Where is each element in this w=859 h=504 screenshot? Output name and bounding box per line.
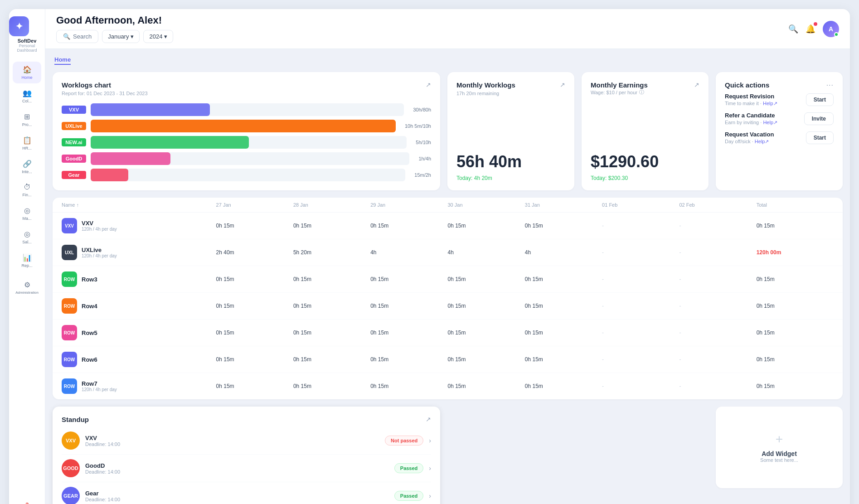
timelog-col-header: 27 Jan [216,202,293,208]
timelog-col-header: 01 Feb [602,202,679,208]
qa-item-left: Refer a CandidateEarn by inviting · Help… [725,112,777,126]
standup-card: Standup ↗ VXVVXVDeadline: 14:00Not passe… [53,407,440,504]
status-badge: Not passed [385,436,423,446]
search-button[interactable]: 🔍 Search [56,30,98,43]
timelog-cell: 0h 15m [448,276,525,282]
monthly-earnings-total: $1290.60 [591,152,699,171]
tab-home[interactable]: Home [54,56,71,65]
add-widget-section: + Add Widget Some text here... [716,407,843,504]
project-name: Row4 [82,303,97,310]
standup-deadline: Deadline: 14:00 [85,497,389,502]
timelog-cell: - [602,383,679,389]
timelog-cell: 0h 15m [448,223,525,229]
worklogs-chart-header: Worklogs chart Report for: 01 Dec 2023 -… [62,81,431,96]
project-avatar: ROW [62,325,77,340]
chevron-down-icon: ▾ [131,33,134,40]
add-widget-card[interactable]: + Add Widget Some text here... [716,407,843,488]
expand-icon[interactable]: ↗ [426,81,431,88]
timelog-cell: - [602,303,679,309]
table-row: ROWRow40h 15m0h 15m0h 15m0h 15m0h 15m--0… [53,293,843,320]
qa-action-button[interactable]: Invite [804,112,834,125]
table-row: ROWRow30h 15m0h 15m0h 15m0h 15m0h 15m--0… [53,266,843,293]
timelog-section: Name ↑27 Jan28 Jan29 Jan30 Jan31 Jan01 F… [53,198,843,399]
search-icon[interactable]: 🔍 [788,24,798,34]
sidebar-item-home[interactable]: 🏠 Home [13,62,41,83]
chart-bar-row: GoodD1h/4h [62,152,431,165]
timelog-cell: 0h 15m [216,276,293,282]
sidebar-item-finance[interactable]: ⏱ Fin... [13,179,41,201]
today-label: Today: [591,175,607,181]
qa-item-sub: Day off/sick · Help↗ [725,139,774,145]
notifications-button[interactable]: 🔔 [806,24,815,34]
admin-icon: ⚙ [24,281,30,289]
table-row: ROWRow60h 15m0h 15m0h 15m0h 15m0h 15m--0… [53,346,843,373]
timelog-cell: 0h 15m [525,330,602,336]
expand-icon[interactable]: ↗ [560,81,565,88]
standup-avatar: GEAR [62,487,80,504]
month-filter[interactable]: January ▾ [102,30,140,43]
worklogs-chart-card: Worklogs chart Report for: 01 Dec 2023 -… [53,72,440,190]
year-filter[interactable]: 2024 ▾ [143,30,173,43]
today-value: 4h 20m [474,175,492,181]
sidebar-help[interactable]: ❓ Help Center [15,500,39,504]
timelog-cell: 0h 15m [216,330,293,336]
sidebar-item-salary[interactable]: ◎ Sal... [13,226,41,248]
sidebar: ✦ SoftDev Personal Dashboard 🏠 Home 👥 Co… [9,9,45,504]
sidebar-item-hr[interactable]: 📋 HR... [13,132,41,154]
chevron-right-icon[interactable]: › [429,437,431,444]
bar-fill [91,120,396,132]
qa-item: Refer a CandidateEarn by inviting · Help… [725,112,834,126]
expand-icon[interactable]: ↗ [694,81,699,88]
chart-bar-row: UXLive10h 5m/10h [62,120,431,132]
chevron-right-icon[interactable]: › [429,492,431,499]
timelog-cell: 0h 15m [525,276,602,282]
standup-avatar: GOOD [62,459,80,477]
qa-item-sub: Earn by inviting · Help↗ [725,120,777,126]
home-icon: 🏠 [23,65,32,74]
standup-avatar: VXV [62,431,80,450]
add-widget-plus-icon: + [776,432,783,446]
timelog-cell: 0h 15m [216,303,293,309]
monthly-earnings-today: Today: $200.30 [591,175,699,181]
notification-badge [814,22,817,26]
status-badge: Passed [394,463,424,473]
sidebar-item-colleagues[interactable]: 👥 Col... [13,85,41,107]
sidebar-item-label: Sal... [22,240,32,244]
timelog-col-header: 02 Feb [679,202,756,208]
qa-item-title: Request Vacation [725,131,774,138]
quick-actions-header: Quick actions ··· [725,81,834,89]
timelog-cell: 0h 15m [370,303,447,309]
table-row: ROWRow50h 15m0h 15m0h 15m0h 15m0h 15m--0… [53,320,843,346]
bell-icon: 🔔 [806,24,815,34]
timelog-cell: 0h 15m [293,303,370,309]
project-info-cell: ROWRow5 [62,325,216,340]
qa-item-sub: Time to make it · Help↗ [725,101,777,107]
sidebar-item-integrations[interactable]: 🔗 Inte... [13,156,41,178]
sidebar-item-projects[interactable]: ⊞ Pro... [13,109,41,131]
timelog-cell: - [602,249,679,256]
timelog-cell: - [679,249,756,256]
monthly-earnings-header: Monthly Earnings Wage: $10 / per hour ⓘ … [591,81,699,96]
chevron-right-icon[interactable]: › [429,465,431,472]
sidebar-item-manage[interactable]: ◎ Ma... [13,203,41,224]
standup-items: VXVVXVDeadline: 14:00Not passed›GOODGood… [62,427,431,504]
timelog-cell: - [679,303,756,309]
timelog-cell: 0h 15m [525,383,602,389]
more-options-icon[interactable]: ··· [826,81,834,89]
bar-fill [91,169,128,181]
qa-action-button[interactable]: Start [806,93,834,106]
project-avatar: ROW [62,298,77,314]
quick-actions-card: Quick actions ··· Request RevisionTime t… [716,72,843,190]
avatar[interactable]: A [823,21,839,37]
project-info-cell: ROWRow6 [62,352,216,367]
project-name: Row7 [82,380,117,387]
bar-value: 5h/10h [416,140,431,145]
timelog-cell: 0h 15m [216,223,293,229]
sidebar-item-reports[interactable]: 📊 Rep... [13,250,41,271]
expand-icon[interactable]: ↗ [426,416,431,423]
monthly-earnings-card: Monthly Earnings Wage: $10 / per hour ⓘ … [582,72,709,190]
qa-action-button[interactable]: Start [806,131,834,144]
chevron-down-icon: ▾ [164,33,167,40]
quick-actions-title: Quick actions [725,81,769,89]
sidebar-item-admin[interactable]: ⚙ Administration [13,277,41,299]
